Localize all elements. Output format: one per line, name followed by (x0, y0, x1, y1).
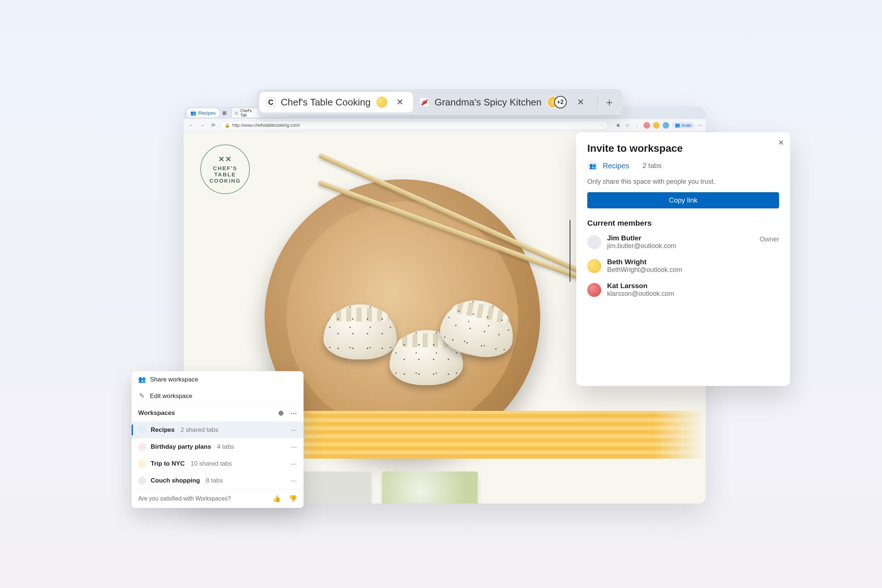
more-icon[interactable]: ⋯ (291, 443, 297, 451)
workspace-color-icon (138, 426, 146, 434)
url-text: http://www.chefstablecooking.com/ (232, 123, 300, 128)
mini-tab[interactable]: C Chef's Tab (232, 108, 260, 117)
workspace-item-meta: 10 shared tabs (191, 460, 232, 468)
workspaces-heading: Workspaces (138, 410, 175, 417)
member-name: Kat Larsson (607, 282, 674, 290)
address-bar[interactable]: 🔒 http://www.chefstablecooking.com/ (220, 121, 608, 130)
divider: | (634, 122, 640, 129)
feedback-question: Are you satisfied with Workspaces? (138, 495, 231, 502)
mini-tab-label: Chef's Tab (240, 108, 258, 117)
back-button[interactable]: ← (188, 122, 195, 128)
share-note: Only share this space with people you tr… (587, 178, 779, 186)
more-icon[interactable]: ⋯ (291, 477, 297, 485)
member-row: Jim Butler jim.butler@outlook.com Owner (587, 234, 779, 250)
favicon: C (266, 98, 276, 107)
member-email: jim.butler@outlook.com (607, 242, 676, 250)
close-icon[interactable]: ✕ (778, 138, 784, 147)
tab-title: Grandma's Spicy Kitchen (434, 97, 542, 108)
workspace-pill[interactable]: 👥 Recipes (187, 108, 219, 117)
more-icon[interactable]: ⋯ (697, 122, 702, 128)
avatar (587, 235, 601, 249)
active-indicator (132, 424, 133, 435)
favicon: 🌶 (420, 98, 429, 107)
edit-label: Edit workspace (150, 393, 192, 400)
thumbs-down-icon[interactable]: 👎 (289, 495, 297, 503)
invite-panel: ✕ Invite to workspace 👥 Recipes 2 tabs O… (576, 132, 790, 386)
gallery-thumb[interactable] (382, 471, 478, 504)
favorite-icon[interactable]: ☆ (624, 122, 631, 129)
workspace-item-meta: 8 tabs (206, 477, 223, 484)
member-email: klarsson@outlook.com (607, 290, 674, 298)
members-heading: Current members (587, 219, 779, 228)
logo-line2: COOKING (210, 177, 241, 184)
workspace-pill-label: Recipes (198, 110, 216, 116)
member-row: Kat Larsson klarsson@outlook.com (587, 282, 779, 298)
workspace-item[interactable]: Trip to NYC 10 shared tabs ⋯ (132, 455, 303, 472)
more-icon[interactable]: ⋯ (291, 426, 297, 434)
workspace-item-name: Recipes (151, 426, 175, 434)
workspace-icon: 👥 (587, 160, 598, 171)
invite-icon: 👥 (675, 123, 680, 128)
member-avatar (663, 122, 669, 129)
share-label: Share workspace (150, 376, 198, 383)
workspace-item-meta: 4 tabs (217, 443, 234, 450)
logo-line1: CHEF'S TABLE (201, 165, 249, 177)
invite-title: Invite to workspace (587, 142, 779, 154)
workspace-row: 👥 Recipes 2 tabs (587, 160, 779, 171)
more-icon[interactable]: ⋯ (291, 460, 297, 468)
share-icon: 👥 (138, 376, 146, 383)
toolbar: ← → ⟳ 🔒 http://www.chefstablecooking.com… (184, 119, 706, 132)
invite-label: Invite (682, 123, 691, 128)
tab-title: Chef's Table Cooking (281, 97, 370, 108)
tab-presence-stack: +2 (547, 96, 569, 108)
workspace-item[interactable]: Recipes 2 shared tabs ⋯ (132, 422, 303, 438)
forward-button[interactable]: → (198, 122, 206, 128)
workspaces-header: Workspaces ⊕ ⋯ (132, 404, 303, 422)
site-logo[interactable]: ✕✕ CHEF'S TABLE COOKING (200, 144, 250, 194)
workspace-tab-count: 2 tabs (642, 162, 662, 170)
tab-divider (597, 96, 598, 109)
reload-button[interactable]: ⟳ (210, 122, 217, 128)
workspace-icon: 👥 (190, 110, 196, 116)
new-tab-button[interactable]: ＋ (602, 95, 617, 110)
avatar (587, 259, 601, 273)
enlarged-tabs: C Chef's Table Cooking ✕ 🌶 Grandma's Spi… (257, 89, 622, 115)
toolbar-right: ⊕ ☆ | 👥 Invite ⋯ (615, 122, 702, 129)
tab-owner-avatar (376, 96, 388, 108)
member-avatar (653, 122, 660, 129)
add-workspace-icon[interactable]: ⊕ (278, 409, 284, 417)
member-role: Owner (760, 236, 779, 243)
pencil-icon: ✎ (138, 392, 146, 400)
member-name: Jim Butler (607, 234, 676, 242)
workspace-item-name: Birthday party plans (151, 443, 211, 450)
workspaces-flyout: 👥 Share workspace ✎ Edit workspace Works… (132, 371, 303, 508)
big-tab-2[interactable]: 🌶 Grandma's Spicy Kitchen +2 ✕ (413, 92, 594, 112)
workspace-item[interactable]: Couch shopping 8 tabs ⋯ (132, 472, 303, 489)
more-icon[interactable]: ⋯ (290, 409, 297, 417)
utensils-icon: ✕✕ (218, 155, 232, 164)
edit-workspace[interactable]: ✎ Edit workspace (132, 388, 303, 404)
feedback-row: Are you satisfied with Workspaces? 👍 👎 (132, 489, 303, 508)
workspace-color-icon (138, 477, 146, 485)
member-email: BethWright@outlook.com (607, 266, 682, 274)
workspace-item[interactable]: Birthday party plans 4 tabs ⋯ (132, 438, 303, 455)
workspace-item-meta: 2 shared tabs (180, 426, 218, 434)
close-tab-icon[interactable]: ✕ (574, 97, 587, 107)
workspace-item-name: Couch shopping (151, 477, 200, 484)
copy-link-button[interactable]: Copy link (587, 192, 779, 208)
member-avatar (644, 122, 650, 129)
thumbs-up-icon[interactable]: 👍 (273, 495, 281, 503)
invite-button[interactable]: 👥 Invite (672, 122, 694, 128)
member-name: Beth Wright (607, 258, 682, 266)
favicon: C (234, 111, 239, 115)
avatar (587, 283, 601, 297)
close-tab-icon[interactable]: ✕ (393, 97, 406, 107)
workspace-color-icon (138, 460, 146, 468)
workspace-name: Recipes (603, 162, 629, 170)
share-workspace[interactable]: 👥 Share workspace (132, 371, 303, 388)
workspace-color-icon (138, 443, 146, 451)
collections-icon[interactable]: ⊕ (615, 122, 621, 129)
member-row: Beth Wright BethWright@outlook.com (587, 258, 779, 274)
big-tab-1[interactable]: C Chef's Table Cooking ✕ (260, 92, 413, 112)
workspace-menu-icon[interactable]: ▦ (222, 110, 226, 116)
